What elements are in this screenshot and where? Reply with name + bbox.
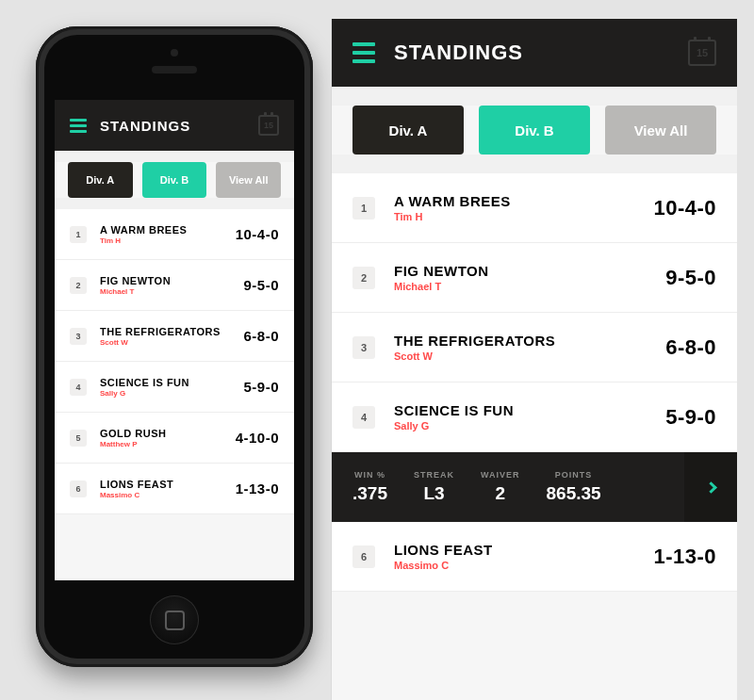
- team-record: 10-4-0: [236, 226, 279, 242]
- team-owner: Scott W: [394, 350, 555, 362]
- team-name: A WARM BREES: [394, 193, 511, 209]
- standings-row[interactable]: 5 GOLD RUSH Matthew P 4-10-0: [55, 413, 294, 464]
- page-title: STANDINGS: [394, 41, 523, 65]
- stat-label: WAIVER: [481, 470, 520, 480]
- tab-view-all[interactable]: View All: [216, 162, 281, 198]
- team-record: 6-8-0: [243, 328, 279, 344]
- standings-row[interactable]: 6 LIONS FEAST Massimo C 1-13-0: [55, 464, 294, 514]
- team-record: 9-5-0: [665, 266, 716, 290]
- standings-row[interactable]: 3 THE REFRIGERATORS Scott W 6-8-0: [55, 311, 294, 362]
- app-header: STANDINGS 15: [55, 100, 294, 151]
- camera-dot: [171, 49, 178, 57]
- team-name: SCIENCE IS FUN: [394, 402, 514, 418]
- team-name: LIONS FEAST: [394, 542, 493, 558]
- chevron-right-icon: [705, 481, 717, 494]
- rank-badge: 1: [352, 197, 375, 220]
- team-block: FIG NEWTON Michael T: [394, 263, 489, 292]
- team-block: FIG NEWTON Michael T: [100, 275, 171, 296]
- team-block: GOLD RUSH Matthew P: [100, 428, 167, 448]
- team-block: THE REFRIGERATORS Scott W: [394, 333, 555, 362]
- home-button[interactable]: [150, 595, 199, 644]
- calendar-day: 15: [697, 47, 708, 58]
- team-name: THE REFRIGERATORS: [100, 326, 221, 337]
- team-owner: Matthew P: [100, 440, 167, 448]
- rank-badge: 4: [70, 379, 87, 396]
- team-owner: Massimo C: [394, 560, 493, 571]
- team-owner: Tim H: [394, 211, 511, 222]
- stat-label: WIN %: [354, 470, 385, 480]
- app-header: STANDINGS 15: [332, 19, 737, 87]
- tab-div-a[interactable]: Div. A: [352, 106, 464, 155]
- stat-streak: STREAK L3: [414, 470, 454, 504]
- team-owner: Sally G: [394, 420, 514, 431]
- rank-badge: 6: [70, 480, 87, 497]
- stat-waiver: WAIVER 2: [481, 470, 520, 504]
- tab-div-b[interactable]: Div. B: [479, 106, 590, 155]
- tabs: Div. A Div. B View All: [55, 162, 294, 198]
- tab-view-all[interactable]: View All: [605, 106, 716, 155]
- team-record: 6-8-0: [665, 335, 716, 360]
- team-name: A WARM BREES: [100, 224, 187, 236]
- team-name: LIONS FEAST: [100, 479, 173, 490]
- standings-row[interactable]: 6 LIONS FEAST Massimo C 1-13-0: [332, 522, 737, 592]
- team-name: FIG NEWTON: [394, 263, 489, 279]
- tabs: Div. A Div. B View All: [332, 106, 737, 155]
- standings-row[interactable]: 1 A WARM BREES Tim H 10-4-0: [332, 173, 737, 243]
- menu-icon[interactable]: [352, 42, 375, 63]
- tab-div-a[interactable]: Div. A: [68, 162, 133, 198]
- team-block: THE REFRIGERATORS Scott W: [100, 326, 221, 347]
- team-block: LIONS FEAST Massimo C: [394, 542, 493, 571]
- rank-badge: 1: [70, 226, 87, 243]
- calendar-icon[interactable]: 15: [688, 40, 716, 66]
- stat-label: POINTS: [555, 470, 593, 480]
- team-block: LIONS FEAST Massimo C: [100, 479, 173, 499]
- stat-value: 865.35: [547, 483, 601, 504]
- rank-badge: 3: [70, 328, 87, 345]
- standings-list: 1 A WARM BREES Tim H 10-4-0 2 FIG NEWTON…: [332, 173, 737, 452]
- spacer: [332, 155, 737, 173]
- detail-expand-button[interactable]: [684, 452, 737, 522]
- standings-row[interactable]: 1 A WARM BREES Tim H 10-4-0: [55, 209, 294, 260]
- team-owner: Sally G: [100, 389, 189, 398]
- spacer: [55, 198, 294, 209]
- team-owner: Michael T: [394, 281, 489, 292]
- standings-row[interactable]: 3 THE REFRIGERATORS Scott W 6-8-0: [332, 313, 737, 383]
- stat-value: 2: [495, 483, 505, 504]
- team-record: 5-9-0: [665, 405, 716, 430]
- phone-mock-left: STANDINGS 15 Div. A Div. B View All 1 A …: [36, 26, 313, 667]
- tab-div-b[interactable]: Div. B: [142, 162, 207, 198]
- team-detail-bar: WIN % .375 STREAK L3 WAIVER 2 POINTS 865…: [332, 452, 737, 522]
- standings-row[interactable]: 2 FIG NEWTON Michael T 9-5-0: [332, 243, 737, 313]
- rank-badge: 3: [352, 336, 375, 359]
- stat-value: .375: [352, 483, 387, 504]
- stat-value: L3: [423, 483, 444, 504]
- team-block: SCIENCE IS FUN Sally G: [394, 402, 514, 431]
- standings-row[interactable]: 4 SCIENCE IS FUN Sally G 5-9-0: [332, 383, 737, 452]
- calendar-day: 15: [264, 121, 273, 130]
- team-name: THE REFRIGERATORS: [394, 333, 555, 349]
- menu-icon[interactable]: [70, 119, 87, 133]
- calendar-icon[interactable]: 15: [258, 115, 279, 136]
- standings-row[interactable]: 2 FIG NEWTON Michael T 9-5-0: [55, 260, 294, 311]
- team-record: 1-13-0: [653, 545, 716, 569]
- team-record: 10-4-0: [653, 196, 716, 220]
- page-title: STANDINGS: [100, 118, 190, 134]
- team-record: 9-5-0: [243, 277, 279, 293]
- team-name: FIG NEWTON: [100, 275, 171, 286]
- team-owner: Scott W: [100, 338, 221, 347]
- team-record: 5-9-0: [243, 379, 279, 395]
- team-record: 4-10-0: [236, 430, 279, 446]
- team-name: GOLD RUSH: [100, 428, 167, 439]
- team-owner: Massimo C: [100, 491, 173, 499]
- team-owner: Michael T: [100, 287, 171, 296]
- rank-badge: 2: [70, 277, 87, 294]
- standings-row[interactable]: 4 SCIENCE IS FUN Sally G 5-9-0: [55, 362, 294, 413]
- rank-badge: 6: [352, 545, 375, 568]
- team-block: SCIENCE IS FUN Sally G: [100, 377, 189, 398]
- team-record: 1-13-0: [236, 480, 279, 497]
- stat-points: POINTS 865.35: [547, 470, 601, 504]
- phone-mock-right: STANDINGS 15 Div. A Div. B View All 1 A …: [332, 19, 737, 700]
- earpiece: [152, 66, 197, 73]
- standings-list: 6 LIONS FEAST Massimo C 1-13-0: [332, 522, 737, 592]
- rank-badge: 4: [352, 406, 375, 429]
